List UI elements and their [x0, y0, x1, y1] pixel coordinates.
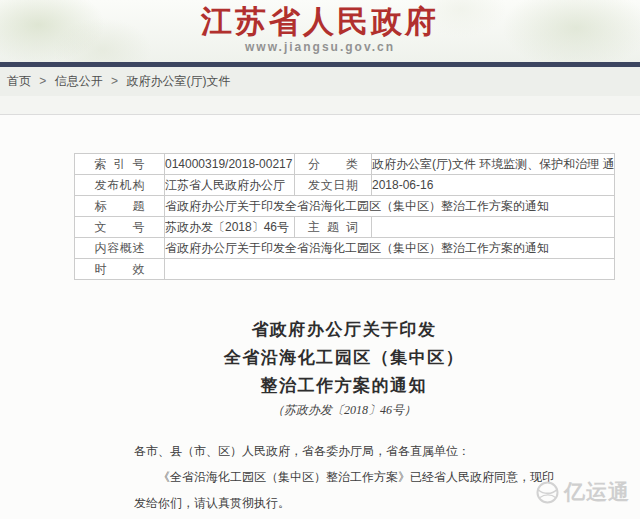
meta-label-issue-date: 发文日期 — [295, 175, 372, 196]
meta-label-title: 标题 — [75, 196, 165, 217]
site-url: www.jiangsu.gov.cn — [0, 40, 640, 54]
breadcrumb-item-info-disclosure[interactable]: 信息公开 — [55, 74, 103, 88]
breadcrumb-item-home[interactable]: 首页 — [7, 74, 31, 88]
table-row-validity: 时效 — [75, 259, 615, 280]
document-title-line: 全省沿海化工园区（集中区） — [74, 344, 614, 372]
salutation: 各市、县（市、区）人民政府，省各委办厅局，省各直属单位： — [134, 438, 558, 464]
meta-label-subject-words: 主题词 — [295, 217, 372, 238]
site-title: 江苏省人民政府 — [0, 0, 640, 39]
breadcrumb-separator: > — [111, 74, 118, 88]
breadcrumb: 首页 > 信息公开 > 政府办公室(厅)文件 — [0, 67, 640, 96]
body-paragraph: 《全省沿海化工园区（集中区）整治工作方案》已经省人民政府同意，现印发给你们，请认… — [134, 464, 558, 516]
meta-value-issuer: 江苏省人民政府办公厅 — [165, 175, 295, 196]
document-meta-table: 索引号 014000319/2018-00217 分类 政府办公室(厅)文件 环… — [74, 153, 615, 280]
meta-value-issue-date: 2018-06-16 — [372, 175, 615, 196]
meta-value-doc-number: 苏政办发〔2018〕46号 — [165, 217, 295, 238]
document-body: 各市、县（市、区）人民政府，省各委办厅局，省各直属单位： 《全省沿海化工园区（集… — [134, 438, 558, 516]
meta-label-doc-number: 文号 — [75, 217, 165, 238]
meta-label-category: 分类 — [295, 154, 372, 175]
meta-label-validity: 时效 — [75, 259, 165, 280]
breadcrumb-item-current: 政府办公室(厅)文件 — [126, 74, 230, 88]
meta-value-category: 政府办公室(厅)文件 环境监测、保护和治理 通知 — [372, 154, 615, 175]
page: 江苏省人民政府 www.jiangsu.gov.cn 首页 > 信息公开 > 政… — [0, 0, 640, 519]
breadcrumb-substrip — [0, 96, 640, 115]
watermark-text: 亿运通 — [564, 478, 630, 506]
meta-label-index: 索引号 — [75, 154, 165, 175]
document-title: 省政府办公厅关于印发 全省沿海化工园区（集中区） 整治工作方案的通知 — [74, 316, 614, 400]
meta-label-issuer: 发布机构 — [75, 175, 165, 196]
table-row-doc-number: 文号 苏政办发〔2018〕46号 主题词 — [75, 217, 615, 238]
meta-value-title: 省政府办公厅关于印发全省沿海化工园区（集中区）整治工作方案的通知 — [165, 196, 615, 217]
document-title-line: 省政府办公厅关于印发 — [74, 316, 614, 344]
meta-value-subject-words — [372, 217, 615, 238]
document-number: （苏政办发〔2018〕46号） — [74, 403, 614, 418]
document-title-line: 整治工作方案的通知 — [74, 372, 614, 400]
breadcrumb-separator: > — [39, 74, 46, 88]
meta-value-summary: 省政府办公厅关于印发全省沿海化工园区（集中区）整治工作方案的通知 — [165, 238, 615, 259]
watermark: 亿运通 — [535, 478, 630, 506]
table-row-index: 索引号 014000319/2018-00217 分类 政府办公室(厅)文件 环… — [75, 154, 615, 175]
meta-value-index: 014000319/2018-00217 — [165, 154, 295, 175]
globe-icon — [535, 480, 560, 505]
meta-label-summary: 内容概述 — [75, 238, 165, 259]
table-row-summary: 内容概述 省政府办公厅关于印发全省沿海化工园区（集中区）整治工作方案的通知 — [75, 238, 615, 259]
meta-value-validity — [165, 259, 615, 280]
table-row-title: 标题 省政府办公厅关于印发全省沿海化工园区（集中区）整治工作方案的通知 — [75, 196, 615, 217]
site-banner: 江苏省人民政府 www.jiangsu.gov.cn — [0, 0, 640, 62]
content-area: 索引号 014000319/2018-00217 分类 政府办公室(厅)文件 环… — [0, 115, 640, 519]
table-row-issuer: 发布机构 江苏省人民政府办公厅 发文日期 2018-06-16 — [75, 175, 615, 196]
